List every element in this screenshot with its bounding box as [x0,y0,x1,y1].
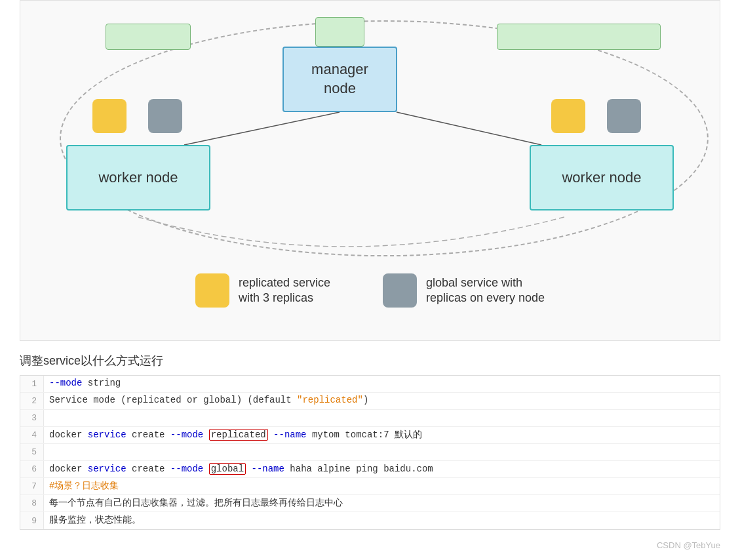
line-content-6: docker service create --mode global --na… [44,461,438,477]
manager-node: managernode [282,47,397,112]
worker-node-left-label: worker node [98,169,178,186]
worker-node-right: worker node [530,145,674,210]
legend-replicated-text: replicated servicewith 3 replicas [239,275,330,306]
code-line-5: 5 [20,444,720,461]
kw-mode2: --mode [170,430,203,440]
left-yellow-box [92,99,127,133]
line-content-2: Service mode (replicated or global) (def… [44,393,374,407]
legend-global-text: global service withreplicas on every nod… [426,275,545,306]
code-line-9: 9 服务监控，状态性能。 [20,512,720,529]
top-right-box [497,24,661,50]
code-line-8: 8 每一个节点有自己的日志收集器，过滤。把所有日志最终再传给日志中心 [20,495,720,512]
worker-node-right-label: worker node [562,169,641,186]
diagram-container: managernode worker node worker node repl… [20,0,720,341]
line-num-4: 4 [20,427,44,443]
code-line-1: 1 --mode string [20,376,720,393]
code-line-2: 2 Service mode (replicated or global) (d… [20,393,720,410]
highlight-global: global [209,463,246,475]
legend-gray-box [383,273,417,308]
kw-name2: --name [252,464,284,474]
kw-mode: --mode [49,378,82,388]
kw-service2: service [88,464,127,474]
line-num-7: 7 [20,478,44,494]
legend-yellow-box [195,273,229,308]
line-content-9: 服务监控，状态性能。 [44,512,146,528]
manager-node-label: managernode [311,60,368,98]
line-content-4: docker service create --mode replicated … [44,427,427,443]
left-gray-box [148,99,182,133]
line-num-5: 5 [20,444,44,460]
top-left-box [106,24,191,50]
line-content-1: --mode string [44,376,126,390]
comment-scenario: #场景？日志收集 [49,481,119,491]
legend-item-global: global service withreplicas on every nod… [383,273,545,308]
code-block: 1 --mode string 2 Service mode (replicat… [20,375,720,530]
kw-mode3: --mode [170,464,203,474]
diagram-inner: managernode worker node worker node repl… [27,14,713,321]
code-line-4: 4 docker service create --mode replicate… [20,427,720,444]
legend: replicated servicewith 3 replicas global… [27,273,713,308]
code-line-6: 6 docker service create --mode global --… [20,461,720,478]
line-num-6: 6 [20,461,44,477]
watermark: CSDN @TebYue [0,536,740,553]
section-title: 调整service以什么方式运行 [20,353,720,369]
line-content-3 [44,410,60,424]
legend-item-replicated: replicated servicewith 3 replicas [195,273,330,308]
line-num-1: 1 [20,376,44,392]
code-line-3: 3 [20,410,720,427]
line-num-9: 9 [20,512,44,529]
kw-name: --name [273,430,306,440]
right-yellow-box [551,99,585,133]
worker-node-left: worker node [66,145,210,210]
line-content-8: 每一个节点有自己的日志收集器，过滤。把所有日志最终再传给日志中心 [44,495,348,511]
default-value: "replicated" [297,395,363,405]
kw-service: service [88,430,127,440]
text-section: 调整service以什么方式运行 1 --mode string 2 Servi… [0,341,740,536]
line-content-5 [44,444,60,458]
line-content-7: #场景？日志收集 [44,478,124,494]
line-num-3: 3 [20,410,44,426]
line-num-2: 2 [20,393,44,409]
code-line-7: 7 #场景？日志收集 [20,478,720,495]
highlight-replicated: replicated [209,429,268,441]
line-num-8: 8 [20,495,44,511]
right-gray-box [607,99,641,133]
top-center-box [315,17,364,47]
